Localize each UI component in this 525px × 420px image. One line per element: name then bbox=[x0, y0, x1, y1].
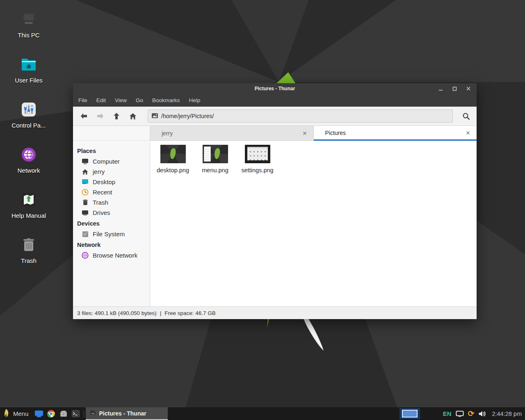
sidebar-item-jerry[interactable]: jerry bbox=[77, 167, 150, 177]
file-view[interactable]: desktop.png menu.png settings.png bbox=[150, 141, 477, 306]
tab-jerry[interactable]: jerry bbox=[150, 126, 314, 141]
search-icon[interactable] bbox=[459, 109, 473, 123]
window-title: Pictures - Thunar bbox=[73, 86, 477, 91]
sidebar-heading-devices: Devices bbox=[77, 220, 150, 227]
window-body: Places Computer jerry Desktop Recent Tra… bbox=[73, 141, 477, 306]
recent-clock-icon bbox=[82, 189, 89, 196]
tab-label: Pictures bbox=[325, 130, 465, 136]
computer-icon bbox=[82, 158, 89, 165]
task-window-icon bbox=[90, 410, 96, 417]
updates-tray-icon[interactable]: ⟳ bbox=[468, 410, 475, 418]
desktop-icon-label: This PC bbox=[18, 32, 39, 39]
desktop-icon-this-pc[interactable]: This PC bbox=[7, 10, 51, 43]
drives-icon bbox=[82, 209, 89, 216]
panel-handle[interactable] bbox=[82, 407, 86, 420]
tab-close-icon[interactable] bbox=[301, 130, 308, 137]
desktop-icon-label: Trash bbox=[21, 257, 37, 264]
file-name: settings.png bbox=[241, 167, 273, 173]
display-tray-icon[interactable] bbox=[456, 411, 464, 417]
desktop-icon-control-panel[interactable]: Control Pa... bbox=[7, 100, 51, 133]
clock[interactable]: 2:44:28 pm bbox=[490, 411, 522, 417]
sidebar-item-computer[interactable]: Computer bbox=[77, 156, 150, 167]
sidebar-item-desktop[interactable]: Desktop bbox=[77, 177, 150, 187]
terminal-icon[interactable] bbox=[70, 407, 82, 420]
sidebar-item-browse-network[interactable]: Browse Network bbox=[77, 250, 150, 260]
tab-close-icon[interactable] bbox=[464, 129, 472, 137]
taskbar: Menu Pictures - Thunar EN bbox=[0, 407, 525, 420]
close-icon[interactable] bbox=[464, 84, 472, 93]
desktop-icon-trash[interactable]: Trash bbox=[7, 235, 51, 269]
toolbar: /home/jerry/Pictures/ bbox=[73, 107, 477, 126]
keyboard-layout-indicator[interactable]: EN bbox=[443, 410, 452, 417]
tab-pictures[interactable]: Pictures bbox=[314, 126, 477, 141]
desktop-icon-label: User Files bbox=[15, 77, 43, 84]
sidebar: Places Computer jerry Desktop Recent Tra… bbox=[73, 141, 150, 306]
filesystem-drive-icon bbox=[82, 231, 89, 237]
menubar: File Edit View Go Bookmarks Help bbox=[73, 94, 477, 107]
file-thumbnail bbox=[160, 145, 186, 163]
window-controls bbox=[436, 83, 472, 94]
home-button[interactable] bbox=[126, 109, 140, 123]
desktop-icon-network[interactable]: Network bbox=[7, 145, 51, 178]
statusbar: 3 files: 490.1 kB (490,050 bytes) | Free… bbox=[73, 306, 477, 319]
desktop-icon-user-files[interactable]: User Files bbox=[7, 55, 51, 88]
sidebar-item-drives[interactable]: Drives bbox=[77, 208, 150, 218]
chrome-icon[interactable] bbox=[45, 407, 57, 420]
desktop-icon-label: Help Manual bbox=[11, 212, 46, 219]
minimize-icon[interactable] bbox=[436, 84, 445, 93]
active-workspace bbox=[402, 410, 418, 418]
menu-go[interactable]: Go bbox=[131, 94, 148, 107]
menu-edit[interactable]: Edit bbox=[92, 94, 110, 107]
back-button[interactable] bbox=[76, 109, 91, 123]
sidebar-heading-places: Places bbox=[77, 148, 150, 154]
sidebar-item-trash[interactable]: Trash bbox=[77, 197, 150, 208]
statusbar-files-summary: 3 files: 490.1 kB (490,050 bytes) bbox=[77, 310, 157, 316]
desktop-icon-grid: This PC User Files Control Pa... Network… bbox=[7, 10, 51, 269]
tab-label: jerry bbox=[162, 130, 301, 137]
browse-network-icon bbox=[82, 252, 89, 259]
menu-view[interactable]: View bbox=[110, 94, 131, 107]
sidebar-item-file-system[interactable]: File System bbox=[77, 229, 150, 239]
taskbar-window-button[interactable]: Pictures - Thunar bbox=[86, 407, 168, 420]
path-image-icon bbox=[152, 112, 158, 120]
maximize-icon[interactable] bbox=[450, 84, 459, 93]
menu-help[interactable]: Help bbox=[185, 94, 205, 107]
desktop-icon-label: Control Pa... bbox=[11, 122, 46, 129]
up-button[interactable] bbox=[109, 109, 124, 123]
file-desktop-png[interactable]: desktop.png bbox=[152, 144, 194, 173]
forward-button[interactable] bbox=[93, 109, 107, 123]
show-desktop-icon[interactable] bbox=[33, 407, 45, 420]
task-button-label: Pictures - Thunar bbox=[99, 410, 146, 417]
window-titlebar[interactable]: Pictures - Thunar bbox=[73, 83, 477, 94]
volume-icon[interactable] bbox=[478, 411, 486, 417]
statusbar-free-space: Free space: 46.7 GB bbox=[164, 310, 216, 316]
menu-label: Menu bbox=[13, 410, 29, 417]
linux-lite-feather-icon bbox=[3, 409, 9, 419]
home-icon bbox=[82, 168, 89, 175]
desktop-monitor-icon bbox=[82, 178, 89, 185]
path-text: /home/jerry/Pictures/ bbox=[161, 113, 214, 119]
sidebar-item-recent[interactable]: Recent bbox=[77, 187, 150, 197]
file-name: desktop.png bbox=[157, 167, 189, 173]
taskbar-left: Menu Pictures - Thunar bbox=[0, 407, 168, 420]
file-menu-png[interactable]: menu.png bbox=[194, 144, 236, 173]
start-menu-button[interactable]: Menu bbox=[0, 407, 33, 420]
workspace-switcher[interactable] bbox=[399, 408, 420, 419]
file-name: menu.png bbox=[202, 167, 228, 173]
menu-bookmarks[interactable]: Bookmarks bbox=[148, 94, 185, 107]
file-grid: desktop.png menu.png settings.png bbox=[150, 141, 477, 177]
desktop-icon-help-manual[interactable]: Help Manual bbox=[7, 190, 51, 224]
help-manual-icon bbox=[19, 190, 38, 209]
path-input[interactable]: /home/jerry/Pictures/ bbox=[148, 110, 453, 123]
trash-small-icon bbox=[82, 199, 89, 206]
menu-file[interactable]: File bbox=[74, 94, 92, 107]
this-pc-icon bbox=[19, 10, 38, 29]
desktop-icon-label: Network bbox=[17, 167, 40, 174]
file-thumbnail bbox=[245, 145, 270, 163]
file-settings-png[interactable]: settings.png bbox=[236, 144, 278, 173]
tab-bar: jerry Pictures bbox=[73, 126, 477, 141]
file-manager-icon[interactable] bbox=[57, 407, 70, 420]
network-icon bbox=[19, 145, 38, 164]
control-panel-icon bbox=[19, 100, 38, 119]
file-thumbnail bbox=[203, 145, 228, 163]
